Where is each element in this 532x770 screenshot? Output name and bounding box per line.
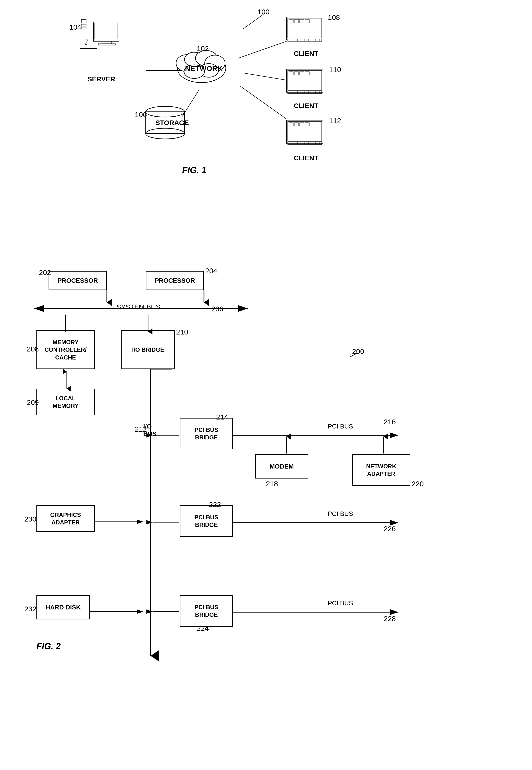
pci-bus3-label: PCI BUS — [328, 600, 353, 607]
ref-108: 108 — [328, 13, 340, 22]
svg-rect-42 — [300, 19, 304, 23]
svg-rect-56 — [289, 72, 293, 75]
ref200-arrow — [345, 345, 364, 357]
svg-rect-45 — [288, 70, 322, 90]
io-to-pci3-arrow — [150, 607, 182, 617]
svg-rect-44 — [287, 69, 323, 92]
processor1-box: PROCESSOR — [49, 271, 107, 290]
svg-rect-28 — [287, 17, 323, 40]
pci-bus3-arrow — [233, 605, 403, 619]
svg-rect-29 — [288, 18, 322, 38]
network-adapter-box: NETWORKADAPTER — [352, 454, 410, 486]
svg-rect-14 — [102, 41, 112, 44]
io-bridge-box: I/O BRIDGE — [121, 330, 175, 369]
svg-point-11 — [85, 43, 87, 45]
harddisk-to-bus-arrow — [90, 607, 148, 617]
svg-rect-74 — [300, 123, 304, 126]
bus-to-components — [29, 314, 199, 333]
fig1-label: FIG. 1 — [182, 165, 206, 175]
ref-222: 222 — [209, 500, 221, 509]
svg-rect-73 — [294, 123, 299, 126]
io-bridge-to-bus-line — [146, 369, 177, 428]
svg-rect-7 — [81, 19, 86, 23]
svg-line-76 — [350, 353, 357, 357]
memory-controller-box: MEMORYCONTROLLER/CACHE — [36, 330, 95, 369]
ref-106: 106 — [135, 110, 147, 119]
ref-226: 226 — [384, 525, 396, 533]
graphics-to-bus-arrow — [95, 517, 148, 527]
ref-230: 230 — [24, 515, 36, 523]
pci-bus2-arrow — [233, 516, 403, 530]
pci-bus-bridge3-box: PCI BUSBRIDGE — [180, 595, 233, 627]
netadapter-to-bus-arrow — [378, 435, 390, 456]
ref-208: 208 — [27, 345, 39, 353]
ref-110: 110 — [329, 66, 341, 74]
server-label: SERVER — [87, 75, 115, 83]
svg-line-3 — [238, 41, 287, 58]
graphics-adapter-box: GRAPHICSADAPTER — [36, 505, 95, 532]
client112-label: CLIENT — [294, 154, 318, 162]
ref-102: 102 — [197, 44, 209, 53]
svg-rect-61 — [288, 121, 322, 141]
ref-112: 112 — [329, 117, 341, 125]
ref-206: 206 — [211, 305, 223, 313]
svg-rect-72 — [289, 123, 293, 126]
client112-illustration — [284, 119, 328, 151]
local-memory-box: LOCALMEMORY — [36, 389, 95, 416]
svg-rect-59 — [305, 72, 309, 75]
pci-bus1-label: PCI BUS — [328, 423, 353, 430]
svg-rect-9 — [81, 27, 86, 29]
ref-104: 104 — [69, 23, 81, 31]
svg-line-4 — [243, 73, 287, 80]
svg-rect-58 — [300, 72, 304, 75]
svg-rect-57 — [294, 72, 299, 75]
modem-box: MODEM — [255, 454, 308, 479]
svg-rect-60 — [287, 120, 323, 143]
svg-line-0 — [243, 13, 265, 29]
storage-label: STORAGE — [155, 119, 189, 127]
client110-illustration — [284, 68, 328, 100]
ref-204: 204 — [205, 267, 217, 275]
proc-to-bus-arrows — [29, 290, 248, 305]
fig2-label: FIG. 2 — [36, 641, 61, 652]
svg-rect-41 — [294, 19, 299, 23]
ref-232: 232 — [24, 605, 36, 613]
svg-rect-75 — [305, 123, 309, 126]
hard-disk-box: HARD DISK — [36, 595, 90, 619]
modem-to-bus-arrow — [280, 435, 293, 456]
io-to-pci1-arrow — [150, 431, 182, 440]
client108-label: CLIENT — [294, 50, 318, 58]
client110-label: CLIENT — [294, 102, 318, 110]
ref-209: 209 — [27, 399, 39, 407]
client108-illustration — [284, 16, 328, 47]
pci-bus-bridge1-box: PCI BUSBRIDGE — [180, 418, 233, 450]
ref-228: 228 — [384, 615, 396, 623]
svg-rect-8 — [81, 24, 86, 26]
ref-214: 214 — [216, 413, 228, 421]
ref-224: 224 — [197, 624, 209, 633]
ref-212: 212 — [135, 425, 147, 433]
ref-202: 202 — [39, 268, 51, 277]
ref-220: 220 — [412, 480, 424, 488]
svg-line-5 — [240, 86, 287, 119]
ref-216: 216 — [384, 418, 396, 426]
pci-bus-bridge2-box: PCI BUSBRIDGE — [180, 505, 233, 537]
mc-to-lm-arrows — [29, 369, 102, 391]
io-to-pci2-arrow — [150, 517, 182, 527]
ref-218: 218 — [266, 480, 278, 488]
network-label: NETWORK — [185, 64, 223, 73]
pci-bus2-label: PCI BUS — [328, 510, 353, 518]
svg-rect-15 — [98, 44, 115, 45]
svg-rect-40 — [289, 19, 293, 23]
svg-point-10 — [85, 39, 87, 41]
svg-rect-13 — [95, 23, 118, 39]
svg-rect-43 — [305, 19, 309, 23]
processor2-box: PROCESSOR — [146, 271, 204, 290]
